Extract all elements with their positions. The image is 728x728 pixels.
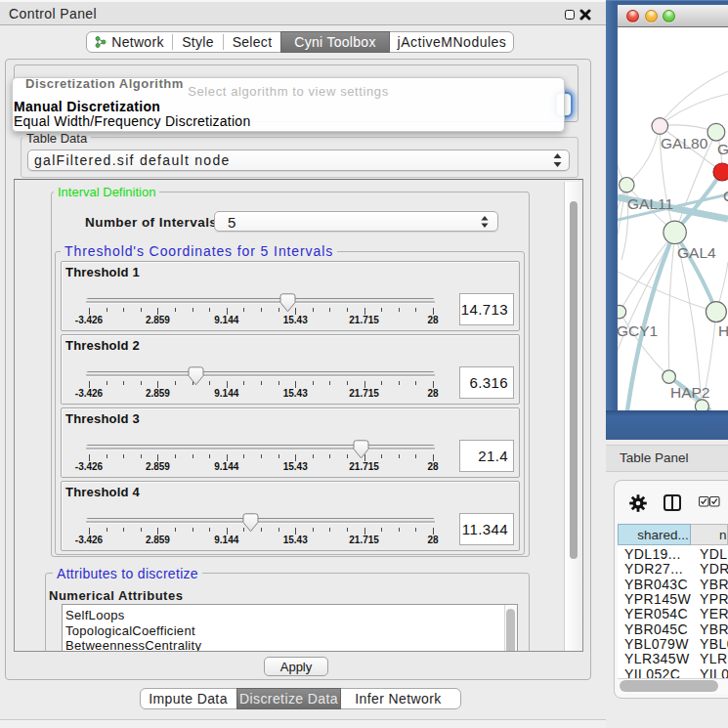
- svg-text:GCY1: GCY1: [618, 322, 658, 339]
- svg-text:GAL11: GAL11: [627, 195, 673, 212]
- svg-text:GAL4: GAL4: [677, 244, 716, 261]
- svg-text:GAL80: GAL80: [661, 135, 708, 151]
- svg-text:HAP2: HAP2: [670, 384, 710, 401]
- svg-text:H: H: [718, 322, 728, 339]
- svg-text:GA: GA: [717, 141, 728, 157]
- svg-text:C: C: [723, 188, 728, 204]
